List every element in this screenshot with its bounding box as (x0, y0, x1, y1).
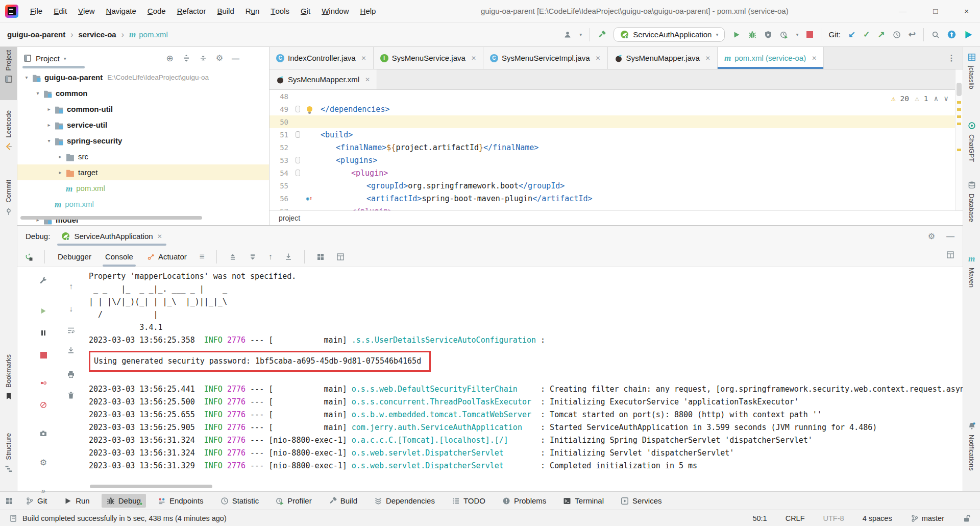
close-tab-icon[interactable]: ✕ (361, 55, 366, 62)
git-branch-widget[interactable]: master (911, 514, 944, 522)
tree-row[interactable]: mpom.xml (17, 180, 269, 196)
line-number[interactable]: 51 (270, 131, 293, 139)
menu-tools[interactable]: Tools (265, 4, 295, 19)
line-number[interactable]: 55 (270, 182, 293, 190)
hide-panel-button[interactable]: — (946, 232, 954, 241)
menu-window[interactable]: Window (316, 4, 354, 19)
tree-chevron-icon[interactable]: ▾ (44, 138, 54, 144)
close-tab-icon[interactable]: ✕ (812, 55, 817, 62)
console-soft-wrap-button[interactable] (64, 324, 78, 337)
stripe-item-bookmarks[interactable]: Bookmarks (0, 354, 17, 400)
chevron-down-icon[interactable]: ▾ (796, 32, 798, 37)
inspections-widget[interactable]: ⚠ 20 ⚠ 1 ∧ ∨ (891, 94, 948, 103)
resume-button[interactable] (37, 304, 50, 318)
gear-icon[interactable]: ⚙ (928, 231, 935, 241)
pause-button[interactable] (37, 326, 50, 340)
prev-warning-button[interactable]: ∧ (934, 94, 939, 103)
stop-button[interactable] (37, 348, 50, 362)
editor-tab[interactable]: SysMenuMapper.xml✕ (270, 69, 377, 89)
view-bp-button[interactable] (37, 376, 50, 390)
plugin-logo-icon[interactable] (964, 30, 973, 39)
toolwindow-profiler[interactable]: Profiler (271, 494, 317, 508)
chevron-down-icon[interactable]: ▾ (579, 32, 582, 37)
toolwindow-debug[interactable]: Debug (102, 494, 146, 508)
debug-view-tab-console[interactable]: Console (104, 247, 134, 267)
mute-bp-button[interactable] (37, 398, 50, 412)
console-scroll-end-button[interactable] (64, 344, 78, 357)
menu-code[interactable]: Code (142, 4, 172, 19)
stripe-item-notifications[interactable]: Notifications (963, 422, 980, 471)
locate-file-button[interactable]: ⊕ (166, 54, 173, 63)
line-number[interactable]: 49 (270, 105, 293, 113)
hide-panel-button[interactable]: — (232, 55, 239, 62)
toolwindow-terminal[interactable]: Terminal (558, 494, 609, 508)
menu-build[interactable]: Build (211, 4, 239, 19)
camera-button[interactable] (37, 427, 50, 440)
gear-button[interactable]: ⚙ (37, 456, 50, 469)
breadcrumb-module[interactable]: service-oa (78, 30, 116, 39)
tree-row[interactable]: ▸common-util (17, 101, 269, 117)
collapse-all-button[interactable] (199, 54, 207, 62)
tree-chevron-icon[interactable]: ▸ (44, 122, 54, 128)
restore-layout-button[interactable] (946, 251, 954, 259)
console-down-button[interactable]: ↓ (64, 302, 78, 316)
line-number[interactable]: 50 (270, 118, 293, 126)
down-stack-button[interactable] (249, 253, 257, 261)
menu-navigate[interactable]: Navigate (101, 4, 142, 19)
editor-tab[interactable]: CIndexController.java✕ (270, 47, 374, 69)
debug-view-tab-actuator[interactable]: Actuator (146, 247, 188, 267)
build-button[interactable] (598, 31, 606, 39)
tree-row[interactable]: ▸service-util (17, 117, 269, 133)
tree-row[interactable]: ▸src (17, 149, 269, 164)
breadcrumb-file[interactable]: pom.xml (139, 30, 168, 39)
toolwindow-todo[interactable]: TODO (447, 494, 491, 508)
tree-chevron-icon[interactable]: ▸ (55, 154, 65, 159)
close-tab-icon[interactable]: ✕ (705, 55, 710, 62)
indent-setting[interactable]: 4 spaces (863, 514, 892, 522)
stripe-item-structure[interactable]: Structure (0, 433, 17, 473)
rollback-button[interactable]: ↩ (909, 30, 916, 39)
unlock-icon[interactable] (963, 514, 971, 522)
stripe-item-project[interactable]: Project (0, 50, 17, 83)
console-up-button[interactable]: ↑ (64, 280, 78, 293)
toolwindow-endpoints[interactable]: Endpoints (153, 494, 209, 508)
tree-chevron-icon[interactable]: ▸ (44, 106, 54, 112)
fold-marker-icon[interactable] (293, 170, 302, 176)
close-tab-icon[interactable]: ✕ (596, 55, 601, 62)
menu-file[interactable]: File (24, 4, 48, 19)
editor-tab[interactable]: CSysMenuServiceImpl.java✕ (483, 47, 608, 69)
caret-position[interactable]: 50:1 (752, 514, 767, 522)
next-warning-button[interactable]: ∨ (944, 94, 948, 103)
console-print-button[interactable] (64, 368, 78, 381)
fold-marker-icon[interactable] (293, 157, 302, 163)
console-horizontal-scrollbar[interactable] (90, 485, 212, 488)
fold-marker-icon[interactable] (293, 106, 302, 112)
stripe-item-commit[interactable]: Commit (0, 180, 17, 216)
coverage-button[interactable] (764, 31, 772, 39)
status-message[interactable]: Build completed successfully in 5 sec, 4… (22, 514, 227, 522)
stop-button[interactable] (806, 31, 813, 38)
editor-scrollbar[interactable] (955, 69, 963, 210)
more-tabs-button[interactable]: ⋮ (940, 47, 963, 69)
chevron-down-icon[interactable]: ▾ (64, 56, 66, 61)
debug-session-tab[interactable]: ServiceAuthApplication ✕ (57, 226, 166, 247)
upload-button[interactable] (947, 30, 956, 39)
tree-horizontal-scrollbar[interactable] (20, 216, 202, 220)
line-number[interactable]: 53 (270, 156, 293, 164)
close-session-icon[interactable]: ✕ (157, 233, 162, 240)
toolwindow-run[interactable]: Run (59, 494, 95, 508)
panel-options-button[interactable]: ⚙ (216, 54, 223, 62)
debug-view-tab-debugger[interactable]: Debugger (57, 247, 92, 267)
menu-refactor[interactable]: Refactor (172, 4, 212, 19)
toolwindow-services[interactable]: Services (616, 494, 667, 508)
close-button[interactable]: × (964, 7, 969, 15)
git-commit-button[interactable]: ✓ (863, 31, 870, 39)
maximize-button[interactable]: □ (933, 7, 938, 15)
close-tab-icon[interactable]: ✕ (471, 55, 476, 62)
breadcrumb-root[interactable]: guigu-oa-parent (7, 30, 65, 39)
toolwindow-problems[interactable]: Problems (497, 494, 551, 508)
toolwindow-git[interactable]: Git (20, 494, 52, 508)
console-trash-button[interactable] (64, 389, 78, 402)
stripe-item-chatgpt[interactable]: ChatGPT (963, 122, 980, 162)
stripe-item-leetcode[interactable]: Leetcode (0, 110, 17, 151)
